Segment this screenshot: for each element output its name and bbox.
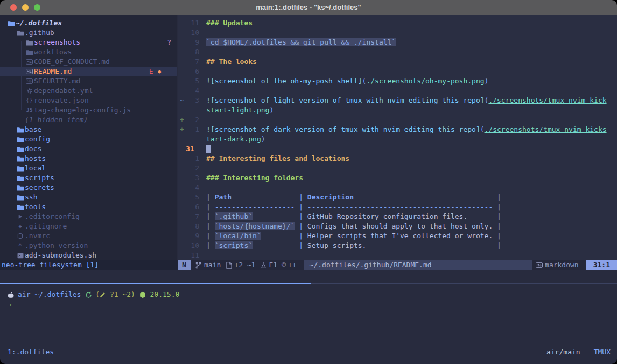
tree-item-label: add-submodules.sh: [25, 251, 96, 260]
line-number: [186, 134, 199, 144]
editor-line[interactable]: 9`cd $HOME/.dotfiles && git pull && ./in…: [178, 38, 617, 47]
editor-line[interactable]: 6| ------------------- | ---------------…: [178, 202, 617, 212]
tree-item-docs[interactable]: docs: [0, 144, 177, 154]
tree-item-base[interactable]: base: [0, 125, 177, 134]
tree-item-dependabot.yml[interactable]: dependabot.yml: [0, 86, 177, 96]
close-button[interactable]: [10, 4, 17, 11]
editor-line[interactable]: 7| `.github` | GitHub Repository configu…: [178, 212, 617, 222]
tmux-session-name: air/main: [546, 347, 580, 357]
line-number: 3: [186, 173, 199, 183]
tree-item-label: workflows: [34, 47, 72, 57]
git-sign: ~: [178, 96, 186, 105]
tmux-pane-border-active[interactable]: [0, 283, 311, 284]
copyright-icon: ©: [282, 260, 286, 270]
editor-line[interactable]: +2: [178, 115, 617, 125]
editor-line[interactable]: start-light.png): [178, 105, 617, 115]
tree-item-.gitignore[interactable]: ◆.gitignore: [0, 222, 177, 231]
editor-line[interactable]: 10| `scripts` | Setup scripts. |: [178, 241, 617, 251]
line-text: ![screenshot of dark version of tmux wit…: [206, 125, 607, 134]
tree-item-.github[interactable]: .github: [0, 28, 177, 38]
tree-item-tools[interactable]: tools: [0, 202, 177, 212]
diagnostics-count: E1: [269, 260, 277, 270]
tree-item-screenshots[interactable]: screenshots?: [0, 38, 177, 47]
line-number: 8: [186, 47, 199, 57]
editor-line[interactable]: 8| `hosts/{hostname}/` | Configs that sh…: [178, 222, 617, 231]
editor-line[interactable]: 10: [178, 28, 617, 38]
tree-item-renovate.json[interactable]: {}renovate.json: [0, 96, 177, 105]
editor-line[interactable]: 8: [178, 47, 617, 57]
line-text: | `scripts` | Setup scripts. |: [206, 241, 501, 251]
tree-item-local[interactable]: local: [0, 163, 177, 173]
filetype-label: markdown: [545, 260, 579, 270]
git-sign: +: [178, 125, 186, 134]
editor-line[interactable]: 2: [178, 163, 617, 173]
tree-item-readme.md[interactable]: README.mdE●: [0, 67, 177, 76]
tree-item-label: tag-changelog-config.js: [34, 105, 131, 115]
sign-column: [178, 47, 186, 57]
git-sign: +: [178, 115, 186, 125]
editor-line[interactable]: 3### Interesting folders: [178, 173, 617, 183]
zoom-button[interactable]: [34, 4, 40, 11]
editor-line[interactable]: 4: [178, 86, 617, 96]
sign-column: [178, 251, 186, 260]
tmux-window-tab[interactable]: 1:.dotfiles: [8, 347, 54, 357]
prompt-arrow[interactable]: →: [8, 300, 12, 310]
editor-line[interactable]: 31: [178, 144, 617, 154]
sign-column: [178, 163, 186, 173]
editor-line[interactable]: 7## The looks: [178, 57, 617, 67]
tree-item-.editorconfig[interactable]: .editorconfig: [0, 212, 177, 222]
editor-line[interactable]: 9| `local/bin` | Helper scripts that I'v…: [178, 231, 617, 241]
tree-item-code-of-conduct.md[interactable]: CODE_OF_CONDUCT.md: [0, 57, 177, 67]
neotree-status-label: neo-tree filesystem [1]: [2, 261, 99, 269]
folder-icon: [16, 30, 25, 36]
editor-line[interactable]: 4: [178, 183, 617, 192]
editor-buffer[interactable]: 11### Updates 10 9`cd $HOME/.dotfiles &&…: [178, 15, 617, 260]
editor-line[interactable]: 5![screenshot of the oh-my-posh shell](.…: [178, 76, 617, 86]
line-text: ## The looks: [206, 57, 257, 67]
line-text: tart-dark.png): [206, 134, 265, 144]
tree-item-ssh[interactable]: ssh: [0, 192, 177, 202]
editor-line[interactable]: ~3![screenshot of light version of tmux …: [178, 96, 617, 105]
editor-line[interactable]: 5| Path | Description |: [178, 192, 617, 202]
editor-line[interactable]: 1## Interesting files and locations: [178, 154, 617, 163]
tmux-pane-border[interactable]: [311, 283, 617, 284]
line-number: 7: [186, 212, 199, 222]
editor-line[interactable]: 11### Updates: [178, 18, 617, 28]
sign-column: [178, 222, 186, 231]
item-badges: ?: [167, 38, 171, 47]
tree-item-hosts[interactable]: hosts: [0, 154, 177, 163]
tree-item-.python-version[interactable]: *.python-version: [0, 241, 177, 251]
line-text: | `hosts/{hostname}/` | Configs that sho…: [206, 222, 501, 231]
folder-icon: [16, 137, 25, 142]
tree-item-secrets[interactable]: secrets: [0, 183, 177, 192]
markdown-icon: [536, 262, 543, 268]
flask-icon: [261, 262, 267, 268]
tree-item--.dotfiles[interactable]: ~/.dotfiles: [0, 18, 177, 28]
git-branch-label[interactable]: main: [204, 260, 221, 270]
tree-item-scripts[interactable]: scripts: [0, 173, 177, 183]
tree-item-config[interactable]: config: [0, 134, 177, 144]
neotree-sidebar[interactable]: ~/.dotfiles.githubscreenshots?workflowsC…: [0, 15, 177, 260]
window-titlebar[interactable]: main:1:.dotfiles - "ks~/.dotfiles": [0, 0, 617, 16]
tree-item-security.md[interactable]: SECURITY.md: [0, 76, 177, 86]
tree-item-label: ~/.dotfiles: [16, 18, 62, 28]
git-untracked-icon: ?: [167, 38, 171, 47]
editor-line[interactable]: 11: [178, 251, 617, 260]
sign-column: [178, 86, 186, 96]
minimize-button[interactable]: [22, 4, 29, 11]
tree-item-.nvmrc[interactable]: .nvmrc: [0, 231, 177, 241]
tree-item-workflows[interactable]: workflows: [0, 47, 177, 57]
editor-line[interactable]: tart-dark.png): [178, 134, 617, 144]
tree-item-tag-changelog-config.js[interactable]: JStag-changelog-config.js: [0, 105, 177, 115]
line-number: 5: [186, 192, 199, 202]
editor-line[interactable]: 6: [178, 67, 617, 76]
tree-item--1-hidden-item-[interactable]: (1 hidden item): [0, 115, 177, 125]
tmux-status-bar: 1:.dotfiles air/main TMUX: [8, 347, 611, 357]
sign-column: [178, 202, 186, 212]
shell-prompt: air ~/.dotfiles ( ?1 ~2) 20.15.0: [8, 290, 179, 299]
tree-item-label: .nvmrc: [25, 231, 50, 241]
tree-item-add-submodules.sh[interactable]: add-submodules.sh: [0, 251, 177, 260]
file-path[interactable]: ~/.dotfiles/.github/README.md: [304, 260, 532, 270]
editor-line[interactable]: +1![screenshot of dark version of tmux w…: [178, 125, 617, 134]
tree-item-label: README.md: [34, 67, 72, 76]
